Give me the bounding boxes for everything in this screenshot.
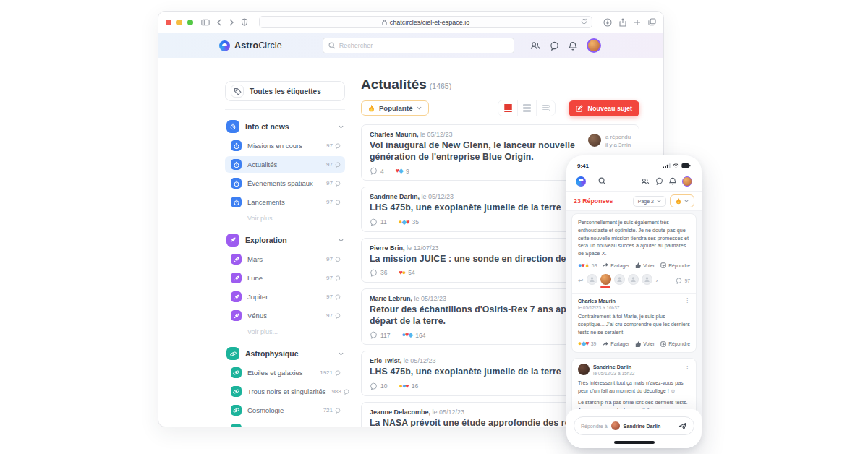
shield-icon[interactable]: [241, 18, 248, 26]
sidebar-item-etoiles-et-galaxies[interactable]: Etoiles et galaxies1921: [225, 364, 345, 381]
new-tab-icon[interactable]: [634, 19, 641, 26]
reply-count: 11: [370, 218, 387, 226]
share-button[interactable]: Partager: [603, 341, 629, 347]
profile-avatar[interactable]: [587, 38, 601, 53]
vote-button[interactable]: Voter: [635, 262, 655, 268]
tabs-overview-icon[interactable]: [648, 18, 656, 26]
participant-avatar[interactable]: [614, 274, 625, 288]
brand-name: AstroCircle: [234, 40, 282, 51]
participant-avatar[interactable]: [587, 274, 597, 288]
phone-time: 9:41: [577, 163, 589, 169]
vote-button[interactable]: Voter: [635, 341, 655, 347]
notifications-icon[interactable]: [569, 41, 577, 51]
astrocircle-logo-icon[interactable]: [576, 176, 586, 187]
reactions[interactable]: ●◆♥39: [578, 340, 596, 347]
topic-stats: 4 ♥◆9: [370, 167, 582, 175]
view-toggle-group: [498, 100, 556, 116]
members-icon[interactable]: [530, 41, 540, 50]
minimize-window-button[interactable]: [176, 20, 182, 25]
profile-avatar[interactable]: [682, 176, 692, 187]
back-icon[interactable]: [216, 19, 222, 26]
reply-date: le 05/12/23 à 16h37: [578, 305, 681, 310]
sidebar-item-cosmologie[interactable]: Cosmologie721: [225, 402, 345, 419]
sort-flame-dropdown[interactable]: [670, 194, 694, 207]
search-bar[interactable]: [323, 38, 514, 53]
item-label: Jupiter: [247, 293, 320, 301]
page-select-dropdown[interactable]: Page 2: [633, 196, 666, 207]
sidebar-item--v-nements-spatiaux[interactable]: Évènements spatiaux97: [225, 175, 345, 192]
new-topic-button[interactable]: Nouveau sujet: [569, 100, 639, 116]
sidebar-item-actualit-s[interactable]: Actualités97: [225, 156, 345, 173]
view-list-button[interactable]: [498, 100, 517, 116]
topic-date: le 05/12/23: [430, 408, 464, 416]
topic-author: Marie Lebrun,: [370, 295, 412, 302]
view-compact-button[interactable]: [517, 100, 536, 116]
messages-icon[interactable]: [655, 177, 663, 185]
all-tags-button[interactable]: Toutes les étiquettes: [225, 81, 345, 101]
close-window-button[interactable]: [166, 20, 171, 25]
phone-app-bar: [566, 171, 702, 191]
sidebar-item-v-nus[interactable]: Vénus97: [225, 307, 345, 324]
sidebar-item-origine-de-l-univers[interactable]: Origine de l'univers2047: [225, 421, 345, 427]
sidebar-item-lancements[interactable]: Lancements97: [225, 194, 345, 210]
sidebar-section-info-et-news[interactable]: Info et news: [225, 118, 345, 135]
sidebar-section-exploration[interactable]: Exploration: [225, 231, 345, 249]
chevron-right-icon[interactable]: ›: [656, 278, 658, 284]
reply-text: Personnellement je suis également très e…: [578, 219, 690, 258]
search-icon[interactable]: [598, 177, 606, 185]
rocket-icon: [231, 291, 242, 302]
search-input[interactable]: [339, 42, 509, 49]
tag-icon: [231, 85, 244, 98]
send-icon[interactable]: [678, 422, 687, 430]
topic-author: Jeanne Delacombe,: [370, 408, 430, 416]
sidebar-item-missions-en-cours[interactable]: Missions en cours97: [225, 137, 345, 154]
more-options-icon[interactable]: ⋮: [684, 298, 690, 304]
see-more-link[interactable]: Voir plus...: [225, 210, 345, 223]
participant-avatar[interactable]: [642, 274, 652, 288]
sort-popularity-dropdown[interactable]: Popularité: [361, 100, 429, 116]
zoom-window-button[interactable]: [187, 20, 193, 25]
notifications-icon[interactable]: [669, 177, 676, 185]
app-header: AstroCircle: [158, 33, 663, 58]
cell-signal-icon: [663, 163, 671, 168]
sidebar-item-lune[interactable]: Lune97: [225, 270, 345, 286]
reply-header: Charles Maurin le 05/12/23 à 16h37 ⋮: [578, 298, 690, 310]
sidebar-item-trous-noirs-et-singularit-s[interactable]: Trous noirs et singularités988: [225, 383, 345, 400]
members-icon[interactable]: [641, 178, 650, 185]
reply-header: Sandrine Darlin le 05/12/23 à 15h32 ⋮: [578, 364, 690, 376]
view-cards-button[interactable]: [536, 100, 555, 116]
reply-button[interactable]: Répondre: [660, 341, 690, 347]
address-bar[interactable]: chatcircles/ciel-et-espace.io: [259, 16, 592, 28]
downloads-icon[interactable]: [603, 18, 612, 27]
forward-icon[interactable]: [229, 19, 234, 26]
reply-count: 4: [370, 167, 384, 175]
home-indicator[interactable]: [614, 441, 655, 444]
participant-avatar[interactable]: [628, 274, 639, 288]
topic-author: Sandrine Darlin,: [370, 193, 420, 200]
share-button[interactable]: Partager: [603, 262, 629, 268]
reply-button[interactable]: Répondre: [660, 262, 690, 268]
sidebar-toggle-icon[interactable]: [201, 19, 210, 26]
compose-icon: [576, 105, 583, 112]
feed-controls: Popularité Nouveau sujet: [361, 100, 639, 116]
reply-actions: ●◆♥39 Partager Voter Répondre: [578, 340, 690, 347]
see-more-link[interactable]: Voir plus...: [225, 324, 345, 337]
sidebar-item-mars[interactable]: Mars97: [225, 251, 345, 267]
reply-count: 10: [370, 382, 387, 390]
rocket-icon: [231, 273, 242, 283]
battery-icon: [681, 163, 691, 168]
share-icon[interactable]: [619, 18, 626, 27]
reactions[interactable]: ●♥★53: [578, 262, 597, 269]
comments-icon: [370, 382, 378, 390]
messages-icon[interactable]: [550, 41, 559, 51]
more-options-icon[interactable]: ⋮: [684, 364, 690, 369]
sidebar-section-astrophysique[interactable]: Astrophysique: [225, 345, 345, 362]
brand[interactable]: AstroCircle: [219, 40, 282, 51]
chevron-down-icon: [339, 352, 344, 356]
reload-icon[interactable]: [581, 18, 587, 25]
sidebar-item-jupiter[interactable]: Jupiter97: [225, 288, 345, 305]
last-replier-avatar[interactable]: [588, 134, 601, 147]
reply-input[interactable]: Répondre à Sandrine Darlin: [574, 416, 694, 435]
item-label: Lune: [247, 274, 320, 282]
participant-avatar[interactable]: [600, 274, 611, 288]
